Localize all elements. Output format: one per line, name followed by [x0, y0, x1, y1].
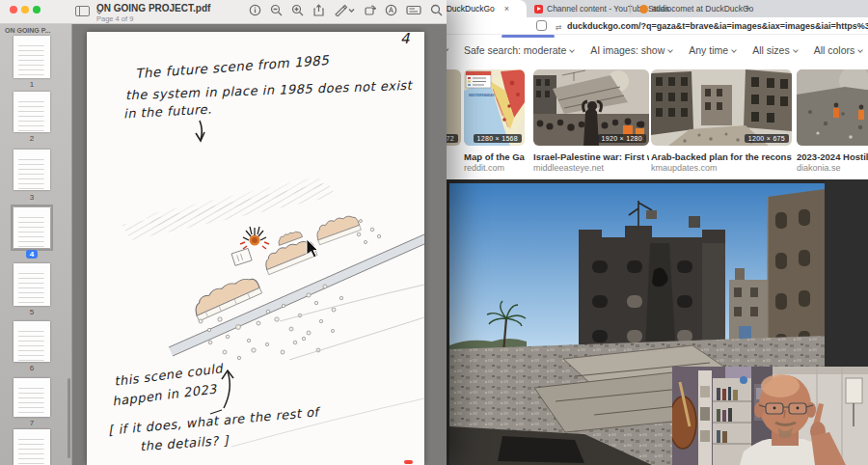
result-domain: kmaupdates.com	[651, 163, 792, 173]
page-thumbnail-label: 7	[0, 419, 64, 427]
thumbnail-sidebar[interactable]: ON GOING P... 1 2 3 4 5 6 7	[0, 24, 72, 465]
image-size-badge: 1200 × 675	[745, 134, 789, 143]
search-filter-bar: Safe search: moderate AI images: show An…	[447, 42, 868, 58]
page-thumbnail-label: 2	[0, 134, 64, 143]
page-thumbnail-3[interactable]	[14, 150, 50, 190]
image-result[interactable]: 1200 × 675 Arab-backed plan for the reco…	[651, 69, 792, 173]
result-title[interactable]: 2023-2024 Hostilitie...	[797, 151, 868, 162]
rotate-icon[interactable]	[364, 4, 376, 16]
page-thumbnail-2[interactable]	[14, 92, 50, 132]
new-tab-button[interactable]: +	[745, 2, 750, 14]
chevron-down-icon	[667, 47, 673, 53]
page-thumbnail-label: 6	[0, 364, 64, 372]
image-size-badge: 1920 × 1280	[598, 134, 646, 143]
page-thumbnail-label: 1	[0, 80, 64, 89]
search-icon[interactable]	[430, 4, 443, 16]
page-thumbnail-8[interactable]	[14, 429, 50, 465]
sidebar-scrollbar[interactable]	[68, 378, 70, 458]
comet-icon	[639, 5, 648, 14]
result-thumbnail[interactable]: MEDITERRANEAN 1280 × 1568	[464, 69, 525, 146]
zoom-in-icon[interactable]	[291, 4, 304, 16]
chevron-down-icon	[569, 47, 575, 53]
filter-all-sizes[interactable]: All sizes	[752, 44, 798, 56]
tab-label: atlas comet at DuckDuckGo	[652, 4, 753, 14]
destruction-sketch	[87, 32, 424, 465]
tab-label: t DuckDuckGo	[442, 4, 495, 14]
tab-divider	[630, 4, 631, 14]
result-thumbnail[interactable]	[797, 69, 868, 146]
filter-safe-search[interactable]: Safe search: moderate	[464, 44, 574, 56]
sidebar-document-name: ON GOING P...	[5, 27, 50, 34]
svg-text:MEDITERRANEAN: MEDITERRANEAN	[469, 94, 494, 97]
result-domain: diakonia.se	[797, 163, 868, 173]
result-domain: reddit.com	[464, 163, 525, 173]
result-title[interactable]: Arab-backed plan for the reconstructio..…	[651, 151, 792, 162]
image-size-badge: 1280 × 1568	[474, 134, 522, 143]
result-thumbnail[interactable]: 1200 × 675	[651, 69, 792, 146]
zoom-window-button[interactable]	[33, 6, 41, 14]
page-indicator: Page 4 of 9	[96, 14, 210, 23]
page-thumbnail-6[interactable]	[14, 321, 50, 362]
page-thumbnail-label-selected: 4	[0, 250, 64, 259]
screen: t DuckDuckGo × Channel content - YouTube…	[0, 0, 868, 465]
chevron-down-icon	[857, 47, 863, 53]
chevron-down-icon	[731, 47, 737, 53]
youtube-icon	[534, 5, 543, 14]
result-domain: middleeasteye.net	[533, 163, 649, 173]
filter-all-colors[interactable]: All colors	[814, 44, 863, 56]
annotate-icon[interactable]	[385, 4, 397, 16]
sidebar-toggle-icon[interactable]	[75, 6, 90, 16]
filter-any-time[interactable]: Any time	[689, 44, 736, 56]
preview-window: ON GOING PROJECT.pdf Page 4 of 9	[0, 0, 447, 465]
image-result[interactable]: 1920 × 1280 Israel-Palestine war: First …	[533, 69, 649, 173]
text-box-icon[interactable]	[406, 4, 421, 16]
presenter-webcam-frame	[672, 367, 868, 465]
bookmark-icon[interactable]	[536, 20, 547, 31]
chevron-down-icon	[793, 47, 799, 53]
page-thumbnail-label: 5	[0, 308, 64, 316]
minimize-window-button[interactable]	[21, 6, 29, 14]
tab-duckduckgo-search[interactable]: t DuckDuckGo ×	[436, 0, 527, 17]
result-title[interactable]: Israel-Palestine war: First week e...	[533, 151, 649, 162]
image-result[interactable]: MEDITERRANEAN 1280 × 1568 Map of the Gaz…	[464, 69, 525, 173]
info-icon[interactable]	[249, 4, 261, 16]
rubble-smoke-image	[797, 69, 868, 146]
preview-title-bar[interactable]: ON GOING PROJECT.pdf Page 4 of 9	[0, 0, 447, 24]
window-title: ON GOING PROJECT.pdf	[96, 3, 210, 14]
red-marker-dot	[404, 460, 413, 464]
page-thumbnail-7[interactable]	[14, 378, 50, 417]
share-icon[interactable]	[312, 4, 325, 16]
page-thumbnail-5[interactable]	[14, 263, 50, 306]
zoom-out-icon[interactable]	[270, 4, 283, 16]
address-bar[interactable]: duckduckgo.com/?q=gaza&t=brave&ia=images…	[567, 21, 868, 31]
filter-ai-images[interactable]: AI images: show	[590, 44, 672, 56]
pdf-page: 4 The future scene from 1985 the system …	[87, 32, 424, 465]
images-tab-underline	[502, 35, 555, 38]
tab-youtube-studio[interactable]: Channel content - YouTube Studio	[529, 0, 629, 17]
document-area[interactable]: 4 The future scene from 1985 the system …	[72, 24, 447, 465]
markup-pen-icon[interactable]	[334, 4, 355, 16]
close-window-button[interactable]	[10, 6, 17, 14]
preview-body: ON GOING P... 1 2 3 4 5 6 7	[0, 24, 447, 465]
tab-atlas-comet[interactable]: atlas comet at DuckDuckGo	[634, 0, 740, 17]
page-thumbnail-label: 3	[0, 193, 64, 202]
tab-close-icon[interactable]: ×	[504, 4, 509, 14]
result-thumbnail[interactable]: 1920 × 1280	[533, 69, 649, 146]
page-thumbnail-1[interactable]	[14, 36, 50, 78]
chevron-down-icon[interactable]	[447, 48, 448, 52]
webcam-video[interactable]	[672, 367, 868, 465]
page-thumbnail-4-selected[interactable]	[14, 207, 50, 248]
document-title-block: ON GOING PROJECT.pdf Page 4 of 9	[96, 3, 210, 23]
result-title[interactable]: Map of the Gaza...	[464, 151, 525, 162]
refresh-icon[interactable]: ⇄	[556, 23, 561, 32]
image-result[interactable]: 2023-2024 Hostilitie... diakonia.se	[797, 69, 868, 173]
